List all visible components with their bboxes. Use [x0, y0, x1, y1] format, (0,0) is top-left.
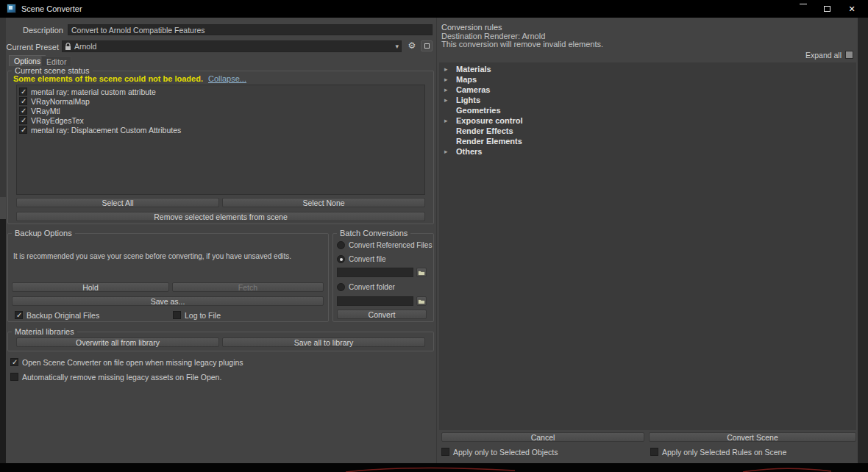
expander-icon[interactable]: ▸ [444, 65, 456, 73]
tree-item-lights[interactable]: ▸ Lights [439, 95, 856, 105]
checkbox[interactable] [441, 448, 449, 456]
browse-file-button[interactable] [416, 268, 427, 277]
convert-file-path-input[interactable] [337, 268, 413, 277]
convert-folder-path-input[interactable] [337, 296, 413, 306]
window-title: Scene Converter [21, 0, 82, 18]
tree-item-render-effects[interactable]: Render Effects [439, 126, 856, 136]
tree-item-label: Cameras [456, 85, 490, 94]
checkbox-label: Automatically remove missing legacy asse… [22, 372, 221, 382]
expand-all-label: Expand all [805, 50, 842, 60]
maximize-icon [824, 6, 830, 12]
checkbox[interactable] [10, 358, 18, 366]
convert-file-radio-row[interactable]: Convert file [337, 254, 386, 264]
tree-item-label: Others [456, 147, 482, 156]
tree-item-label: Geometries [456, 106, 501, 115]
radio-label: Convert Referenced Files [349, 240, 432, 251]
remove-selected-button[interactable]: Remove selected elements from scene [16, 212, 425, 221]
browse-folder-button[interactable] [416, 296, 427, 306]
apply-selected-rules-checkbox-row[interactable]: Apply only Selected Rules on Scene [650, 447, 786, 457]
fetch-button[interactable]: Fetch [172, 282, 324, 292]
tree-item-maps[interactable]: ▸ Maps [439, 74, 856, 85]
conversion-rules-tree[interactable]: ▸ Materials ▸ Maps ▸ Cameras ▸ Lights Ge… [439, 62, 856, 430]
select-none-button[interactable]: Select None [222, 198, 425, 207]
checkbox-label: Apply only Selected Rules on Scene [662, 447, 786, 457]
tree-item-others[interactable]: ▸ Others [439, 146, 856, 157]
minimize-button[interactable] [793, 0, 814, 18]
list-item[interactable]: VRayMtl [17, 106, 424, 115]
tree-item-label: Materials [456, 65, 491, 74]
tree-item-render-elements[interactable]: Render Elements [439, 136, 856, 146]
group-title: Backup Options [12, 229, 75, 238]
radio-label: Convert file [349, 254, 386, 265]
expand-all-row[interactable]: Expand all [772, 50, 853, 60]
checkbox[interactable] [10, 373, 18, 381]
checkbox-label: Apply only to Selected Objects [453, 447, 558, 457]
list-item[interactable]: mental ray: material custom attribute [17, 87, 424, 96]
hold-button[interactable]: Hold [12, 282, 169, 292]
checkbox[interactable] [19, 116, 27, 124]
checkbox[interactable] [15, 311, 23, 319]
open-on-missing-plugins-checkbox-row[interactable]: Open Scene Converter on file open when m… [10, 357, 243, 367]
tree-item-cameras[interactable]: ▸ Cameras [439, 85, 856, 95]
convert-scene-button[interactable]: Convert Scene [649, 432, 856, 442]
tab-options[interactable]: Options [9, 55, 46, 66]
folder-icon [418, 298, 425, 304]
checkbox[interactable] [19, 126, 27, 134]
tree-item-label: Lights [456, 96, 480, 104]
preset-settings-button[interactable]: ⚙ [406, 40, 418, 51]
tab-editor[interactable]: Editor [41, 56, 71, 67]
tree-item-geometries[interactable]: Geometries [439, 105, 856, 115]
preset-options-icon [424, 43, 430, 49]
radio-label: Convert folder [349, 282, 395, 293]
list-item[interactable]: mental ray: Displacement Custom Attribut… [17, 125, 424, 135]
collapse-link[interactable]: Collapse... [208, 74, 246, 83]
select-all-button[interactable]: Select All [16, 198, 219, 207]
preset-options-button[interactable] [421, 40, 433, 51]
log-to-file-checkbox-row[interactable]: Log to File [173, 310, 221, 320]
scene-status-warning: Some elements of the scene could not be … [13, 74, 246, 84]
backup-original-files-checkbox-row[interactable]: Backup Original Files [15, 310, 99, 320]
convert-button[interactable]: Convert [337, 310, 427, 319]
checkbox[interactable] [19, 107, 27, 115]
list-item[interactable]: VRayEdgesTex [17, 115, 424, 125]
background-left-strip [0, 219, 6, 463]
checkbox-label: Backup Original Files [26, 310, 99, 321]
convert-folder-radio-row[interactable]: Convert folder [337, 282, 395, 292]
tree-item-label: Maps [456, 75, 477, 84]
preset-combobox[interactable]: Arnold ▾ [62, 40, 402, 52]
overwrite-from-library-button[interactable]: Overwrite all from library [16, 337, 219, 347]
expander-icon[interactable]: ▸ [444, 86, 456, 93]
save-as-button[interactable]: Save as... [12, 296, 324, 306]
auto-remove-legacy-checkbox-row[interactable]: Automatically remove missing legacy asse… [10, 372, 221, 382]
save-all-to-library-button[interactable]: Save all to library [222, 337, 425, 347]
radio-button[interactable] [337, 241, 345, 249]
close-button[interactable]: ✕ [840, 0, 864, 18]
checkbox[interactable] [845, 51, 853, 59]
close-icon: ✕ [848, 4, 855, 13]
radio-button[interactable] [337, 255, 345, 263]
radio-button[interactable] [337, 283, 345, 291]
checkbox[interactable] [19, 97, 27, 105]
background-left-strip [0, 197, 6, 219]
checkbox[interactable] [19, 87, 27, 96]
tree-item-materials[interactable]: ▸ Materials [439, 64, 856, 74]
tree-item-label: Render Elements [456, 137, 522, 146]
list-item[interactable]: VRayNormalMap [17, 96, 424, 106]
conversion-rules-title: Conversion rules [441, 23, 502, 32]
chevron-down-icon: ▾ [395, 43, 399, 50]
description-input[interactable] [68, 24, 433, 35]
cancel-button[interactable]: Cancel [441, 432, 644, 442]
expander-icon[interactable]: ▸ [444, 148, 456, 155]
expander-icon[interactable]: ▸ [444, 76, 456, 83]
expander-icon[interactable]: ▸ [444, 117, 456, 124]
tree-item-exposure-control[interactable]: ▸ Exposure control [439, 115, 856, 126]
checkbox[interactable] [173, 311, 181, 319]
scene-elements-list[interactable]: mental ray: material custom attribute VR… [16, 85, 425, 195]
checkbox[interactable] [650, 448, 658, 456]
apply-selected-objects-checkbox-row[interactable]: Apply only to Selected Objects [441, 447, 558, 457]
maximize-button[interactable] [817, 0, 837, 18]
convert-referenced-radio-row[interactable]: Convert Referenced Files [337, 240, 432, 250]
preset-value: Arnold [74, 42, 96, 51]
expander-icon[interactable]: ▸ [444, 96, 456, 104]
conversion-note-text: This conversion will remove invalid elem… [441, 40, 603, 49]
